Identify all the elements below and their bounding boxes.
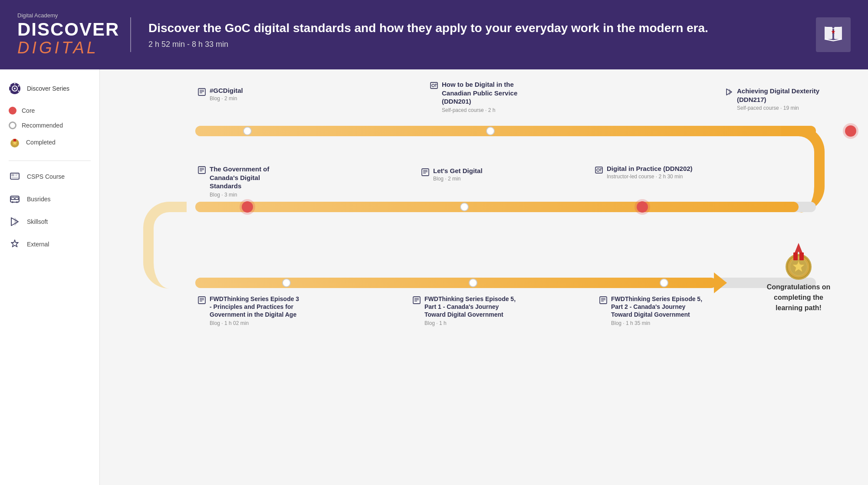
csps-icon xyxy=(9,170,21,183)
course-fwd3[interactable]: FWDThinking Series Episode 3 - Principle… xyxy=(197,295,302,326)
external-icon xyxy=(9,238,21,250)
discover-label: DISCOVER xyxy=(17,20,113,39)
busrides-icon xyxy=(9,193,21,205)
skillsoft-label: Skillsoft xyxy=(27,218,48,225)
digital-label: DIGITAL xyxy=(17,39,113,57)
recommended-dot xyxy=(9,121,16,129)
svg-point-10 xyxy=(10,91,11,92)
header-title: Discover the GoC digital standards and h… xyxy=(148,20,816,36)
course-lets-get-digital[interactable]: Let's Get Digital Blog · 2 min xyxy=(421,167,499,182)
track-row1-fill xyxy=(195,126,816,136)
course-ddn202[interactable]: Digital in Practice (DDN202) Instructor-… xyxy=(595,165,707,180)
medal-icon xyxy=(779,239,818,282)
svg-point-34 xyxy=(432,84,434,87)
academy-label: Digital Academy xyxy=(17,12,113,19)
sidebar-item-external[interactable]: External xyxy=(0,233,99,256)
svg-point-7 xyxy=(18,85,20,87)
dot-row3-2 xyxy=(469,279,477,287)
blog-icon-gov xyxy=(197,166,206,174)
busrides-label: Busrides xyxy=(27,196,50,203)
legend-recommended: Recommended xyxy=(9,118,91,133)
track-row3-fill xyxy=(195,278,716,288)
fwd5p1-meta: Blog · 1 h xyxy=(424,320,516,326)
core-dot xyxy=(9,107,16,115)
svg-rect-17 xyxy=(11,177,18,178)
gc-digital-meta: Blog · 2 min xyxy=(210,95,243,102)
blog-icon-1 xyxy=(197,88,206,96)
lets-get-digital-meta: Blog · 2 min xyxy=(433,176,483,182)
lets-get-digital-title: Let's Get Digital xyxy=(433,167,483,174)
blog-icon-lgd xyxy=(421,168,430,177)
book-icon xyxy=(816,17,851,52)
svg-marker-38 xyxy=(729,89,732,95)
blog-icon-fwd3 xyxy=(197,296,206,305)
track-row2-fill xyxy=(195,202,799,212)
svg-marker-27 xyxy=(15,218,18,226)
main-layout: Discover Series Core Recommended xyxy=(0,69,868,485)
svg-rect-71 xyxy=(793,252,798,260)
sidebar-item-busrides[interactable]: Busrides xyxy=(0,188,99,210)
dot-row1-1 xyxy=(243,127,252,135)
blog-icon-fwd5p1 xyxy=(412,296,421,305)
gov-standards-title: The Government of Canada's Digital Stand… xyxy=(210,165,293,190)
ddn202-meta: Instructor-led course · 2 h 30 min xyxy=(607,174,693,180)
ddn201-title: How to be Digital in the Canadian Public… xyxy=(442,80,534,106)
track-row3-arrow xyxy=(714,272,727,293)
course-ddn217[interactable]: Achieving Digital Dexterity (DDN217) Sel… xyxy=(725,87,833,111)
sidebar-item-discover-series[interactable]: Discover Series xyxy=(0,78,99,99)
congrats-section: Congratulations on completing the learni… xyxy=(764,239,833,433)
svg-rect-0 xyxy=(825,27,832,39)
fwd3-title: FWDThinking Series Episode 3 - Principle… xyxy=(210,295,302,319)
svg-rect-29 xyxy=(198,88,205,95)
content-area: #GCDigital Blog · 2 min How to be Digita… xyxy=(100,69,868,485)
gov-standards-meta: Blog · 3 min xyxy=(210,192,293,198)
curve-left xyxy=(143,202,187,288)
svg-rect-16 xyxy=(11,174,14,176)
sidebar-item-skillsoft[interactable]: Skillsoft xyxy=(0,210,99,233)
course-gov-standards[interactable]: The Government of Canada's Digital Stand… xyxy=(197,165,293,198)
svg-rect-55 xyxy=(413,297,420,304)
dot-row2-end-red xyxy=(637,201,648,213)
course-fwd5p1[interactable]: FWDThinking Series Episode 5, Part 1 - C… xyxy=(412,295,516,326)
course-gc-digital[interactable]: #GCDigital Blog · 2 min xyxy=(197,87,284,102)
curve-right xyxy=(781,126,825,213)
congrats-text: Congratulations on completing the learni… xyxy=(764,282,833,313)
svg-rect-43 xyxy=(422,169,429,176)
svg-marker-28 xyxy=(11,240,18,247)
svg-point-48 xyxy=(597,169,599,171)
legend-section: Core Recommended Completed xyxy=(0,99,99,156)
ddn217-meta: Self-paced course · 19 min xyxy=(737,105,833,111)
svg-rect-20 xyxy=(10,196,19,202)
svg-rect-59 xyxy=(600,297,607,304)
blog-icon-fwd5p2 xyxy=(599,296,608,305)
header-divider xyxy=(130,17,131,52)
ddn202-title: Digital in Practice (DDN202) xyxy=(607,165,693,172)
dot-row1-2 xyxy=(486,127,495,135)
svg-point-8 xyxy=(10,85,11,87)
svg-rect-14 xyxy=(13,139,16,141)
fwd5p2-title: FWDThinking Series Episode 5, Part 2 - C… xyxy=(611,295,707,319)
header-text: Discover the GoC digital standards and h… xyxy=(148,20,816,49)
header-duration: 2 h 52 min - 8 h 33 min xyxy=(148,40,816,49)
sidebar-divider xyxy=(9,161,91,161)
svg-rect-39 xyxy=(198,167,205,174)
svg-point-23 xyxy=(12,201,13,203)
ddn217-title: Achieving Digital Dexterity (DDN217) xyxy=(737,87,833,104)
sidebar-item-csps[interactable]: CSPS Course xyxy=(0,165,99,188)
completed-medal-icon xyxy=(9,136,21,148)
discover-series-label: Discover Series xyxy=(27,85,69,92)
external-label: External xyxy=(27,241,49,248)
course-ddn201[interactable]: How to be Digital in the Canadian Public… xyxy=(430,80,534,113)
skillsoft-icon xyxy=(9,216,21,228)
course-fwd5p2[interactable]: FWDThinking Series Episode 5, Part 2 - C… xyxy=(599,295,707,326)
dot-row2-mid xyxy=(460,203,469,211)
svg-rect-19 xyxy=(15,175,17,176)
core-label: Core xyxy=(22,107,35,114)
dot-row3-3 xyxy=(660,279,668,287)
header: Digital Academy DISCOVER DIGITAL Discove… xyxy=(0,0,868,69)
dot-row2-red xyxy=(242,201,253,213)
svg-point-9 xyxy=(18,91,20,92)
video-icon-ddn217 xyxy=(725,88,733,96)
course-icon-ddn201 xyxy=(430,81,438,90)
svg-rect-51 xyxy=(198,297,205,304)
